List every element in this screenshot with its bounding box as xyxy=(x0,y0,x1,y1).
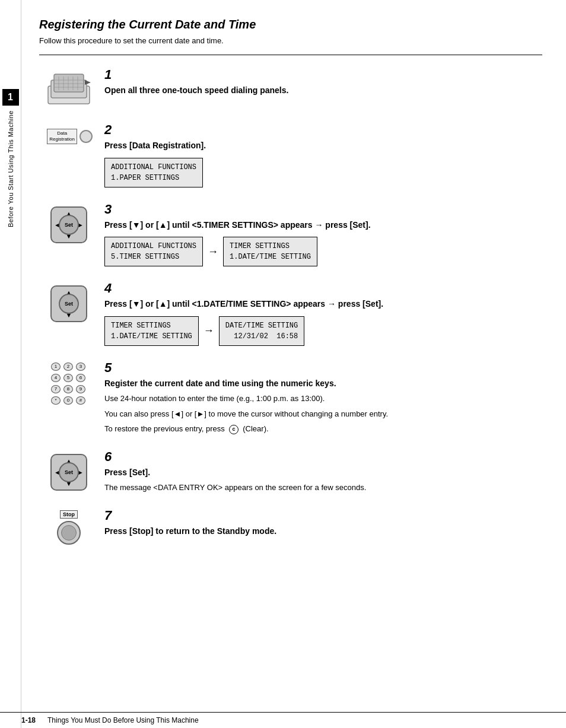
step-4-icon: ▲ ▼ Set xyxy=(39,281,98,325)
clear-icon: c xyxy=(229,425,239,434)
step-5-sub-3: To restore the previous entry, press c (… xyxy=(104,423,542,435)
data-reg-button xyxy=(80,130,93,143)
step-7-instruction: Press [Stop] to return to the Standby mo… xyxy=(104,526,542,538)
step-4-instruction: Press [▼] or [▲] until <1.DATE/TIME SETT… xyxy=(104,298,542,310)
step-5-sub-2: You can also press [◄] or [►] to move th… xyxy=(104,408,542,420)
main-content: Registering the Current Date and Time Fo… xyxy=(21,0,566,728)
step-2-row: Data Registration 2 Press [Data Registra… xyxy=(39,122,542,187)
data-reg-icon: Data Registration xyxy=(45,125,93,148)
page-footer: 1-18 Things You Must Do Before Using Thi… xyxy=(0,712,566,728)
step-1-instruction: Open all three one-touch speed dialing p… xyxy=(104,85,542,97)
key-7: 7 xyxy=(51,385,61,393)
lcd-4-2: DATE/TIME SETTING 12/31/02 16:58 xyxy=(219,316,304,346)
key-2: 2 xyxy=(63,363,73,371)
panels-icon xyxy=(42,69,96,108)
step-7-content: 7 Press [Stop] to return to the Standby … xyxy=(98,508,542,538)
step-1-content: 1 Open all three one-touch speed dialing… xyxy=(98,67,542,97)
set-btn-3-icon: ▲ ▼ ◄ ► Set xyxy=(48,204,90,246)
step-4-content: 4 Press [▼] or [▲] until <1.DATE/TIME SE… xyxy=(98,281,542,346)
svg-marker-11 xyxy=(85,80,91,85)
key-9: 9 xyxy=(76,385,85,393)
key-8: 8 xyxy=(63,385,73,393)
key-4: 4 xyxy=(51,374,61,382)
page-wrapper: 1 Before You Start Using This Machine Re… xyxy=(0,0,566,728)
key-hash: # xyxy=(76,396,85,405)
set-btn-6-icon: ▲ ▼ ◄ ► Set xyxy=(48,452,90,493)
set-btn-4-inner[interactable]: Set xyxy=(59,294,79,314)
step-7-row: Stop 7 Press [Stop] to return to the Sta… xyxy=(39,508,542,545)
step-3-lcd: ADDITIONAL FUNCTIONS 5.TIMER SETTINGS → … xyxy=(104,237,542,266)
stop-btn-outer xyxy=(57,521,81,545)
step-3-number: 3 xyxy=(104,202,542,217)
key-5: 5 xyxy=(63,374,73,382)
step-2-number: 2 xyxy=(104,122,542,138)
step-3-row: ▲ ▼ ◄ ► Set 3 Press [▼] or [▲] until <5.… xyxy=(39,202,542,267)
stop-icon: Stop xyxy=(57,510,81,545)
step-5-row: 1 2 3 4 5 6 7 8 9 * 0 # 5 Register the c… xyxy=(39,360,542,435)
chapter-label: Before You Start Using This Machine xyxy=(7,110,14,227)
lcd-3-arrow: → xyxy=(208,246,218,258)
lcd-3-1: ADDITIONAL FUNCTIONS 5.TIMER SETTINGS xyxy=(104,237,203,266)
sidebar-tab: 1 Before You Start Using This Machine xyxy=(0,0,21,728)
step-6-sub: The message <DATA ENTRY OK> appears on t… xyxy=(104,482,542,494)
set-btn-6-inner[interactable]: Set xyxy=(59,462,79,482)
step-6-number: 6 xyxy=(104,449,542,465)
step-7-icon: Stop xyxy=(39,508,98,545)
step-4-lcd: TIMER SETTINGS 1.DATE/TIME SETTING → DAT… xyxy=(104,316,542,346)
footer-text: Things You Must Do Before Using This Mac… xyxy=(47,716,199,724)
step-2-content: 2 Press [Data Registration]. ADDITIONAL … xyxy=(98,122,542,187)
step-6-content: 6 Press [Set]. The message <DATA ENTRY O… xyxy=(98,449,542,494)
step-3-icon: ▲ ▼ ◄ ► Set xyxy=(39,202,98,246)
step-7-number: 7 xyxy=(104,508,542,523)
step-5-icon: 1 2 3 4 5 6 7 8 9 * 0 # xyxy=(39,360,98,406)
lcd-2-1: ADDITIONAL FUNCTIONS 1.PAPER SETTINGS xyxy=(104,158,203,187)
step-4-number: 4 xyxy=(104,281,542,296)
set-btn-6-circle: ▲ ▼ ◄ ► Set xyxy=(50,454,87,491)
step-5-content: 5 Register the current date and time usi… xyxy=(98,360,542,435)
lcd-3-2: TIMER SETTINGS 1.DATE/TIME SETTING xyxy=(223,237,317,266)
set-btn-4-icon: ▲ ▼ Set xyxy=(48,283,90,325)
step-5-instruction: Register the current date and time using… xyxy=(104,378,542,390)
step-6-row: ▲ ▼ ◄ ► Set 6 Press [Set]. The message <… xyxy=(39,449,542,494)
numpad-icon: 1 2 3 4 5 6 7 8 9 * 0 # xyxy=(51,363,87,406)
stop-btn-inner xyxy=(61,525,77,541)
step-6-instruction: Press [Set]. xyxy=(104,467,542,479)
chapter-number: 1 xyxy=(2,89,19,106)
step-2-instruction: Press [Data Registration]. xyxy=(104,140,542,152)
step-2-lcd: ADDITIONAL FUNCTIONS 1.PAPER SETTINGS xyxy=(104,158,542,187)
set-btn-3-inner[interactable]: Set xyxy=(59,215,79,235)
page-subtitle: Follow this procedure to set the current… xyxy=(39,36,542,45)
step-1-icon xyxy=(39,67,98,108)
svg-rect-2 xyxy=(54,74,84,92)
page-title: Registering the Current Date and Time xyxy=(39,18,542,31)
key-0: 0 xyxy=(63,396,73,405)
key-6: 6 xyxy=(76,374,85,382)
step-4-row: ▲ ▼ Set 4 Press [▼] or [▲] until <1.DATE… xyxy=(39,281,542,346)
title-divider xyxy=(39,55,542,55)
step-6-icon: ▲ ▼ ◄ ► Set xyxy=(39,449,98,493)
lcd-4-1: TIMER SETTINGS 1.DATE/TIME SETTING xyxy=(104,316,199,346)
key-star: * xyxy=(51,396,61,405)
key-1: 1 xyxy=(51,363,61,371)
step-5-sub-1: Use 24-hour notation to enter the time (… xyxy=(104,393,542,405)
step-3-instruction: Press [▼] or [▲] until <5.TIMER SETTINGS… xyxy=(104,220,542,231)
key-3: 3 xyxy=(76,363,85,371)
step-2-icon: Data Registration xyxy=(39,122,98,148)
stop-label: Stop xyxy=(60,510,78,519)
step-5-number: 5 xyxy=(104,360,542,376)
step-1-number: 1 xyxy=(104,67,542,82)
step-3-content: 3 Press [▼] or [▲] until <5.TIMER SETTIN… xyxy=(98,202,542,267)
step-1-row: 1 Open all three one-touch speed dialing… xyxy=(39,67,542,108)
data-reg-label: Data Registration xyxy=(47,129,77,144)
set-btn-3-circle: ▲ ▼ ◄ ► Set xyxy=(50,206,87,243)
lcd-4-arrow: → xyxy=(203,325,214,337)
footer-page-number: 1-18 xyxy=(21,716,36,724)
set-btn-4-circle: ▲ ▼ Set xyxy=(50,285,87,322)
